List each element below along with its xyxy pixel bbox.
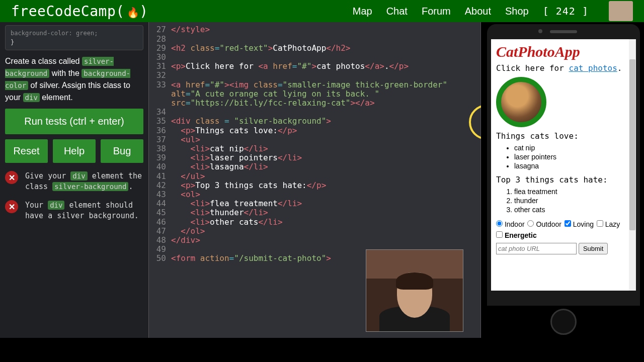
cat-photos-link[interactable]: cat photos: [569, 63, 617, 73]
radio-row: Indoor Outdoor Loving Lazy: [496, 219, 631, 230]
test-item: ✕ Give your div element the class silver…: [5, 171, 143, 192]
list-item: flea treatment: [514, 188, 631, 196]
fail-icon: ✕: [5, 171, 18, 184]
fail-icon: ✕: [5, 200, 18, 213]
phone-bottom: [487, 306, 640, 338]
radio-outdoor[interactable]: Outdoor: [527, 220, 561, 228]
checkbox-energetic[interactable]: Energetic: [496, 231, 537, 239]
phone-screen: CatPhotoApp Click here for cat photos. T…: [491, 39, 636, 291]
list-item: cat nip: [514, 144, 631, 152]
test-results: ✕ Give your div element the class silver…: [5, 171, 143, 221]
checkbox-loving[interactable]: Loving: [565, 220, 594, 228]
preview-scrollbar[interactable]: [629, 39, 636, 291]
brand-text-close: ): [139, 3, 148, 20]
flame-icon: 🔥: [127, 7, 140, 19]
list-item: thunder: [514, 197, 631, 205]
list-item: other cats: [514, 206, 631, 214]
brand-text: freeCodeCamp(: [11, 3, 125, 20]
instr-text: with the: [49, 69, 82, 77]
nav-links: Map Chat Forum About Shop [ 242 ]: [353, 1, 633, 21]
phone-camera: [538, 29, 542, 33]
nav-map[interactable]: Map: [353, 6, 372, 17]
nav-shop[interactable]: Shop: [505, 6, 529, 17]
left-panel: background-color: green; } Create a clas…: [0, 22, 148, 338]
nav-points[interactable]: [ 242 ]: [543, 5, 589, 17]
preview-title: CatPhotoApp: [496, 43, 631, 60]
love-list: cat nip laser pointers lasagna: [496, 144, 631, 170]
love-heading: Things cats love:: [496, 131, 631, 141]
test-text: Your div element should have a silver ba…: [25, 200, 143, 221]
list-item: lasagna: [514, 162, 631, 170]
help-button[interactable]: Help: [53, 139, 96, 163]
submit-button[interactable]: Submit: [579, 243, 608, 254]
test-text: Give your div element the class silver-b…: [25, 171, 143, 192]
submit-row: Submit: [496, 243, 631, 254]
challenge-instructions: Create a class called silver-background …: [5, 55, 143, 104]
preview-panel: CatPhotoApp Click here for cat photos. T…: [481, 22, 644, 338]
chip-silver-background: silver-background: [52, 182, 128, 191]
nav-forum[interactable]: Forum: [422, 6, 451, 17]
webcam-overlay: [366, 249, 463, 332]
instr-text: Create a class called: [5, 57, 82, 65]
nav-about[interactable]: About: [465, 6, 491, 17]
brand-logo[interactable]: freeCodeCamp(🔥): [11, 3, 148, 20]
cat-image[interactable]: [496, 77, 546, 127]
nav-chat[interactable]: Chat: [386, 6, 408, 17]
test-item: ✕ Your div element should have a silver …: [5, 200, 143, 221]
list-item: laser pointers: [514, 153, 631, 161]
bottom-bar: [0, 338, 644, 362]
hate-list: flea treatment thunder other cats: [496, 188, 631, 214]
url-input[interactable]: [496, 243, 577, 254]
radio-indoor[interactable]: Indoor: [496, 220, 525, 228]
run-tests-button[interactable]: Run tests (ctrl + enter): [5, 109, 143, 134]
example-code-box: background-color: green; }: [5, 25, 143, 50]
avatar[interactable]: [609, 1, 633, 21]
preview-click-text: Click here for cat photos.: [496, 63, 631, 73]
hate-heading: Top 3 things cats hate:: [496, 175, 631, 185]
example-line-2: }: [11, 38, 138, 47]
top-nav: freeCodeCamp(🔥) Map Chat Forum About Sho…: [0, 0, 644, 22]
instr-text: element.: [40, 93, 73, 102]
checkbox-row2: Energetic: [496, 230, 631, 241]
home-button-icon: [550, 309, 577, 335]
chip-div: div: [23, 93, 40, 102]
bug-button[interactable]: Bug: [101, 139, 143, 163]
example-line-1: background-color: green;: [11, 29, 138, 38]
phone-speaker: [550, 30, 577, 33]
phone-frame: CatPhotoApp Click here for cat photos. T…: [487, 24, 640, 306]
chip-div: div: [70, 171, 87, 180]
checkbox-lazy[interactable]: Lazy: [597, 220, 620, 228]
chip-div: div: [48, 201, 64, 210]
reset-button[interactable]: Reset: [5, 139, 48, 163]
